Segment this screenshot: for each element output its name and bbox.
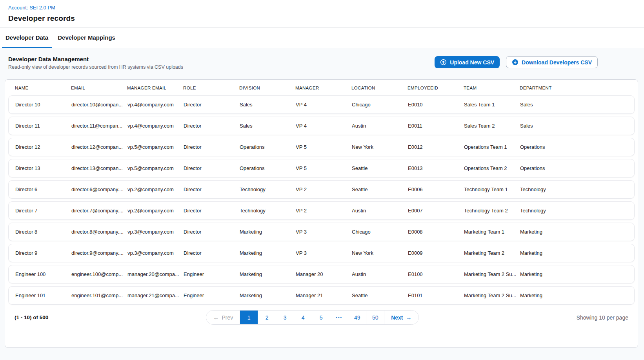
cell-department: Technology xyxy=(520,208,634,214)
cell-manager-email: manager.21@compa... xyxy=(127,292,184,298)
table-row: Director 7director.7@company....vp.2@com… xyxy=(8,201,635,220)
column-header-employeeid: EMPLOYEEID xyxy=(408,86,464,90)
cell-division: Marketing xyxy=(240,250,296,256)
tab-bar: Developer DataDeveloper Mappings xyxy=(0,28,644,48)
cell-location: New York xyxy=(352,250,408,256)
cell-department: Marketing xyxy=(520,292,634,298)
table-row: Director 13director.13@compan...vp.5@com… xyxy=(8,159,635,177)
main-content: Developer Data Management Read-only view… xyxy=(0,48,644,360)
pagination-bar: (1 - 10) of 500 ← Prev 12345•••4950 Next… xyxy=(5,310,638,325)
column-header-manager: MANAGER xyxy=(295,86,351,90)
cell-division: Marketing xyxy=(240,271,296,277)
cell-team: Operations Team 1 xyxy=(464,144,520,150)
cell-location: Chicago xyxy=(352,229,408,235)
cell-department: Marketing xyxy=(520,229,634,235)
prev-button-label: Prev xyxy=(222,314,233,321)
tab-developer-data[interactable]: Developer Data xyxy=(2,28,52,48)
cell-manager: VP 3 xyxy=(296,250,352,256)
cell-manager: Manager 21 xyxy=(296,292,352,298)
cell-manager-email: vp.2@company.com xyxy=(127,208,184,214)
cell-email: director.7@company.... xyxy=(71,208,127,214)
next-button[interactable]: Next → xyxy=(384,311,418,324)
cell-location: Seattle xyxy=(352,186,408,192)
cell-role: Director xyxy=(184,165,240,171)
cell-department: Operations xyxy=(520,144,634,150)
pagination-range: (1 - 10) of 500 xyxy=(15,314,48,320)
download-csv-button[interactable]: Download Developers CSV xyxy=(506,56,598,68)
cell-division: Operations xyxy=(240,144,296,150)
cell-role: Engineer xyxy=(184,271,240,277)
cell-employeeid: E0013 xyxy=(408,165,464,171)
page-button-1[interactable]: 1 xyxy=(240,311,258,324)
cell-role: Director xyxy=(184,123,240,129)
cell-location: New York xyxy=(352,144,408,150)
cell-role: Engineer xyxy=(184,292,240,298)
arrow-left-icon: ← xyxy=(213,314,219,320)
cell-email: director.13@compan... xyxy=(71,165,127,171)
cell-team: Sales Team 2 xyxy=(464,123,520,129)
table-row: Director 9director.9@company....vp.3@com… xyxy=(8,244,635,262)
cell-manager-email: manager.20@compa... xyxy=(127,271,184,277)
cell-division: Marketing xyxy=(240,229,296,235)
table-row: Director 6director.6@company....vp.2@com… xyxy=(8,180,635,199)
column-header-division: DIVISION xyxy=(239,86,295,90)
cell-email: director.11@compan... xyxy=(71,123,127,129)
page-button-50[interactable]: 50 xyxy=(366,311,384,324)
table-row: Director 12director.12@compan...vp.5@com… xyxy=(8,138,635,156)
page-button-4[interactable]: 4 xyxy=(294,311,312,324)
page-button-5[interactable]: 5 xyxy=(312,311,330,324)
page-button-3[interactable]: 3 xyxy=(276,311,294,324)
cell-team: Technology Team 2 xyxy=(464,208,520,214)
download-button-label: Download Developers CSV xyxy=(522,59,592,66)
cell-manager: VP 2 xyxy=(296,208,352,214)
cell-location: Seattle xyxy=(352,292,408,298)
prev-button[interactable]: ← Prev xyxy=(206,311,240,324)
cell-role: Director xyxy=(184,144,240,150)
cell-team: Operations Team 2 xyxy=(464,165,520,171)
page-button-2[interactable]: 2 xyxy=(258,311,276,324)
cell-team: Technology Team 1 xyxy=(464,186,520,192)
cell-location: Austin xyxy=(352,208,408,214)
cell-manager: VP 4 xyxy=(296,102,352,108)
table-row: Engineer 101engineer.101@comp...manager.… xyxy=(8,286,635,305)
cell-team: Marketing Team 2 xyxy=(464,250,520,256)
cell-name: Director 12 xyxy=(15,144,71,150)
cell-employeeid: E0012 xyxy=(408,144,464,150)
cell-location: Chicago xyxy=(352,102,408,108)
cell-role: Director xyxy=(184,102,240,108)
arrow-down-circle-icon xyxy=(512,59,518,66)
column-header-team: TEAM xyxy=(464,86,520,90)
account-link[interactable]: Account: SEI 2.0 PM xyxy=(8,5,55,11)
ellipsis-button[interactable]: ••• xyxy=(330,311,348,324)
cell-manager-email: vp.2@company.com xyxy=(127,186,184,192)
tab-developer-mappings[interactable]: Developer Mappings xyxy=(54,28,119,48)
section-header: Developer Data Management Read-only view… xyxy=(0,48,644,70)
upload-csv-button[interactable]: Upload New CSV xyxy=(435,56,500,68)
pagination-controls: ← Prev 12345•••4950 Next → xyxy=(206,310,418,325)
cell-name: Director 10 xyxy=(15,102,71,108)
cell-role: Director xyxy=(184,208,240,214)
cell-name: Director 13 xyxy=(15,165,71,171)
cell-manager-email: vp.5@company.com xyxy=(127,165,184,171)
cell-name: Engineer 100 xyxy=(15,271,71,277)
cell-team: Marketing Team 2 Su... xyxy=(464,292,520,298)
table-row: Director 8director.8@company....vp.3@com… xyxy=(8,223,635,241)
page-title: Developer records xyxy=(8,14,644,23)
cell-division: Technology xyxy=(240,186,296,192)
cell-role: Director xyxy=(184,229,240,235)
section-header-text: Developer Data Management Read-only view… xyxy=(8,56,183,70)
next-button-label: Next xyxy=(391,314,403,321)
cell-name: Engineer 101 xyxy=(15,292,71,298)
cell-manager: Manager 20 xyxy=(296,271,352,277)
cell-employeeid: E0010 xyxy=(408,102,464,108)
cell-employeeid: E0100 xyxy=(408,271,464,277)
cell-manager: VP 5 xyxy=(296,144,352,150)
page-button-49[interactable]: 49 xyxy=(348,311,366,324)
cell-manager-email: vp.3@company.com xyxy=(127,229,184,235)
section-title: Developer Data Management xyxy=(8,56,183,62)
cell-name: Director 11 xyxy=(15,123,71,129)
cell-manager-email: vp.4@company.com xyxy=(127,123,184,129)
upload-button-label: Upload New CSV xyxy=(450,59,494,66)
cell-team: Marketing Team 1 xyxy=(464,229,520,235)
cell-employeeid: E0008 xyxy=(408,229,464,235)
